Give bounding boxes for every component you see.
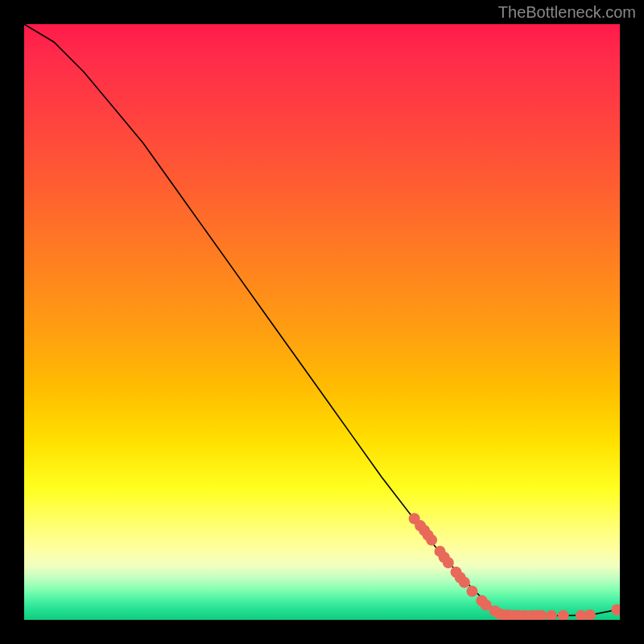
chart-marker	[459, 576, 470, 588]
chart-plot-area	[24, 24, 620, 620]
chart-svg-overlay	[24, 24, 620, 620]
chart-marker	[558, 610, 569, 620]
bottleneck-curve-line	[24, 24, 620, 616]
chart-marker	[546, 610, 557, 620]
chart-marker	[611, 604, 620, 615]
chart-marker	[426, 535, 437, 546]
chart-marker	[584, 609, 596, 620]
chart-markers	[409, 513, 620, 620]
watermark-text: TheBottleneck.com	[498, 3, 636, 22]
chart-marker	[443, 557, 454, 568]
chart-marker	[466, 585, 477, 597]
